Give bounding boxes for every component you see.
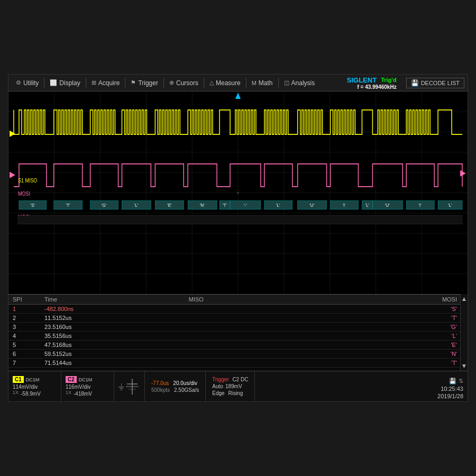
menu-cursors[interactable]: ⊕ Cursors bbox=[165, 78, 203, 88]
decode-list-button[interactable]: 💾 DECODE LIST bbox=[406, 78, 464, 88]
menu-bar: ⚙ Utility ⬜ Display ⊞ Acquire ⚑ Trigger … bbox=[8, 75, 468, 91]
table-row: 3 23.5160us 'G' bbox=[8, 323, 468, 332]
trigger-icon: ⚑ bbox=[131, 79, 136, 86]
svg-text:'U': 'U' bbox=[309, 203, 314, 208]
brand-name: SIGLENT bbox=[347, 76, 377, 84]
col-time: Time bbox=[40, 295, 120, 305]
cell-id: 3 bbox=[8, 323, 40, 332]
trigger-section: Trigger C2 DC Auto 189mV Edge Rising bbox=[206, 371, 255, 401]
oscilloscope-display: ⚙ Utility ⬜ Display ⊞ Acquire ⚑ Trigger … bbox=[8, 74, 468, 402]
col-mosi: MOSI bbox=[273, 295, 468, 305]
analysis-icon: ◫ bbox=[284, 79, 289, 86]
svg-text:'G': 'G' bbox=[102, 203, 107, 208]
cell-id: 6 bbox=[8, 350, 40, 359]
scroll-down-button[interactable]: ▼ bbox=[461, 362, 468, 370]
decode-table-wrapper: SPI Time MISO MOSI 1 -482.800ns 'S' 2 11… bbox=[8, 294, 468, 371]
divider-7 bbox=[278, 78, 279, 88]
svg-text:'S': 'S' bbox=[31, 203, 35, 208]
cell-miso bbox=[120, 305, 273, 314]
menu-analysis[interactable]: ◫ Analysis bbox=[280, 78, 319, 88]
brand-display: SIGLENT Trig'd f = 43.99460kHz bbox=[347, 76, 397, 90]
clock-section: 💾 ⇅ 10:25:43 2019/1/28 bbox=[433, 371, 468, 401]
cell-time: 11.5152us bbox=[40, 314, 120, 323]
usb-icon: ⇅ bbox=[459, 378, 463, 385]
col-spi: SPI bbox=[8, 295, 40, 305]
svg-text:'L': 'L' bbox=[276, 203, 280, 208]
cell-time: 71.5144us bbox=[40, 359, 120, 368]
display-icon: ⬜ bbox=[50, 79, 57, 86]
table-row: 2 11.5152us 'T' bbox=[8, 314, 468, 323]
divider-6 bbox=[246, 78, 246, 88]
svg-text:▶: ▶ bbox=[460, 168, 466, 177]
ch1-coupling: DC1M bbox=[26, 377, 40, 382]
trigger-source: Edge bbox=[212, 390, 224, 396]
menu-acquire[interactable]: ⊞ Acquire bbox=[87, 78, 124, 88]
status-bar: C1 DC1M 114mV/div 1X -58.9mV C2 DC1M 116… bbox=[8, 371, 468, 401]
cell-id: 1 bbox=[8, 305, 40, 314]
trigger-type: Auto bbox=[212, 383, 223, 389]
cell-mosi: 'L' bbox=[273, 332, 468, 341]
ch1-offset: -58.9mV bbox=[21, 391, 41, 397]
svg-text:'L': 'L' bbox=[448, 203, 452, 208]
cell-miso bbox=[120, 323, 273, 332]
clock-time: 10:25:43 bbox=[441, 386, 463, 392]
cell-time: 35.5156us bbox=[40, 332, 120, 341]
menu-utility[interactable]: ⚙ Utility bbox=[12, 78, 43, 88]
svg-text:S1 MISO: S1 MISO bbox=[18, 177, 38, 184]
svg-rect-57 bbox=[18, 215, 462, 224]
measure-icon: △ bbox=[209, 79, 214, 86]
cell-mosi: 'T' bbox=[273, 314, 468, 323]
decode-table: SPI Time MISO MOSI 1 -482.800ns 'S' 2 11… bbox=[8, 294, 468, 371]
svg-text:'-': '-' bbox=[244, 203, 247, 208]
svg-text:'T': 'T' bbox=[223, 203, 227, 208]
cell-miso bbox=[120, 332, 273, 341]
clock-date: 2019/1/28 bbox=[437, 393, 463, 399]
svg-text:▶: ▶ bbox=[10, 169, 15, 179]
trigger-level: 189mV bbox=[225, 383, 242, 389]
cell-miso bbox=[120, 314, 273, 323]
ch1-probe: 1X bbox=[13, 390, 19, 397]
svg-text:▶: ▶ bbox=[10, 128, 15, 138]
table-row: 6 59.5152us 'N' bbox=[8, 350, 468, 359]
cell-time: 59.5152us bbox=[40, 350, 120, 359]
ground-symbol-area: ⏚ bbox=[114, 371, 145, 401]
divider-2 bbox=[86, 78, 86, 88]
svg-text:'L': 'L' bbox=[134, 203, 139, 208]
cell-miso bbox=[120, 341, 273, 350]
save-icon: 💾 bbox=[449, 378, 456, 385]
table-row: 5 47.5168us 'E' bbox=[8, 341, 468, 350]
cell-id: 7 bbox=[8, 359, 40, 368]
timebase-section: -77.0us 20.0us/div 500kpts 2.50GSa/s bbox=[145, 371, 206, 401]
trigger-edge: Rising bbox=[228, 390, 243, 396]
trigger-label: Trigger bbox=[212, 377, 228, 382]
ch2-coupling: DC1M bbox=[79, 377, 93, 382]
cell-mosi: 'S' bbox=[273, 305, 468, 314]
menu-math[interactable]: M Math bbox=[248, 78, 277, 88]
cell-id: 5 bbox=[8, 341, 40, 350]
cell-id: 4 bbox=[8, 332, 40, 341]
svg-point-19 bbox=[237, 191, 239, 194]
waveform-area: S1 MISO MOSI ▶ ▶ ▶ 'S' 'T' 'G' bbox=[8, 91, 468, 294]
trigger-status: Trig'd bbox=[381, 77, 397, 83]
cell-mosi: 'N' bbox=[273, 350, 468, 359]
table-row: 1 -482.800ns 'S' bbox=[8, 305, 468, 314]
cell-time: 47.5168us bbox=[40, 341, 120, 350]
waveform-svg: S1 MISO MOSI ▶ ▶ ▶ 'S' 'T' 'G' bbox=[8, 91, 468, 294]
math-icon: M bbox=[252, 80, 257, 86]
svg-text:'U': 'U' bbox=[385, 203, 390, 208]
divider-1 bbox=[44, 78, 44, 88]
ch1-status: C1 DC1M 114mV/div 1X -58.9mV bbox=[8, 371, 61, 401]
ch2-badge: C2 bbox=[66, 376, 77, 383]
menu-trigger[interactable]: ⚑ Trigger bbox=[126, 78, 162, 88]
timebase-position: -77.0us bbox=[151, 380, 169, 386]
scroll-up-button[interactable]: ▲ bbox=[461, 295, 468, 303]
ch2-probe: 1X bbox=[66, 390, 71, 397]
acquire-icon: ⊞ bbox=[91, 79, 96, 86]
svg-text:'I': 'I' bbox=[343, 203, 346, 208]
table-scrollbar[interactable]: ▲ ▼ bbox=[460, 294, 468, 371]
cell-time: -482.800ns bbox=[40, 305, 120, 314]
cursors-icon: ⊕ bbox=[169, 79, 174, 86]
menu-display[interactable]: ⬜ Display bbox=[45, 78, 84, 88]
svg-text:'I': 'I' bbox=[419, 203, 422, 208]
menu-measure[interactable]: △ Measure bbox=[205, 78, 245, 88]
